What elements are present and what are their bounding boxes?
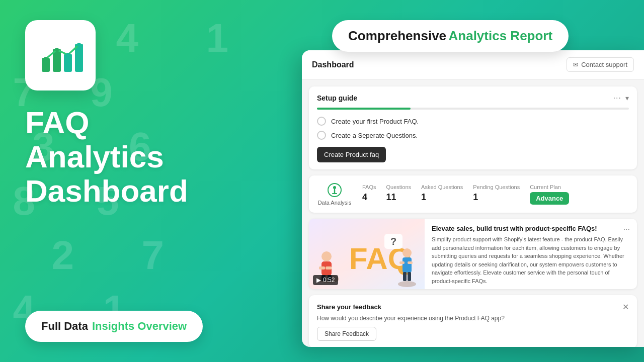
setup-guide-title: Setup guide bbox=[317, 94, 357, 102]
svg-rect-23 bbox=[403, 257, 412, 273]
svg-rect-26 bbox=[403, 272, 407, 281]
stat-faqs-value: 4 bbox=[362, 192, 376, 203]
progress-bar-fill bbox=[317, 108, 411, 110]
progress-bar-background bbox=[317, 108, 629, 110]
dashboard-title: Dashboard bbox=[312, 60, 354, 69]
svg-point-6 bbox=[66, 53, 70, 57]
stat-pending-questions: Pending Questions 1 bbox=[473, 184, 520, 205]
svg-rect-25 bbox=[408, 261, 413, 264]
svg-rect-17 bbox=[319, 266, 325, 269]
stat-current-plan-label: Current Plan bbox=[530, 184, 569, 190]
setup-guide-actions: ··· ▾ bbox=[613, 94, 629, 103]
analytics-logo-icon bbox=[38, 33, 83, 78]
svg-point-9 bbox=[333, 186, 336, 189]
dashboard-panel: Dashboard ✉ Contact support Setup guide … bbox=[302, 50, 644, 347]
svg-rect-27 bbox=[408, 272, 411, 281]
stat-pending-questions-value: 1 bbox=[473, 192, 520, 203]
contact-support-label: Contact support bbox=[581, 61, 627, 68]
setup-guide-card: Setup guide ··· ▾ Create your first Prod… bbox=[309, 86, 637, 169]
email-icon: ✉ bbox=[573, 61, 578, 68]
stat-questions: Questions 11 bbox=[386, 184, 412, 205]
data-analysis-card: Data Analysis FAQs 4 Questions 11 Asked … bbox=[309, 175, 637, 213]
promo-title: Elevate sales, build trust with product-… bbox=[432, 225, 630, 232]
svg-point-7 bbox=[77, 43, 81, 47]
setup-guide-more-btn[interactable]: ··· bbox=[613, 94, 621, 103]
setup-item-1: Create your first Product FAQ. bbox=[317, 117, 629, 126]
feedback-title: Share your feedback bbox=[317, 303, 381, 311]
data-analysis-label: Data Analysis bbox=[318, 200, 352, 206]
plan-badge: Advance bbox=[530, 192, 569, 205]
setup-guide-header: Setup guide ··· ▾ bbox=[317, 94, 629, 103]
promo-more-button[interactable]: ··· bbox=[623, 225, 630, 234]
stat-questions-value: 11 bbox=[386, 192, 412, 203]
feedback-description: How would you describe your experience u… bbox=[317, 315, 629, 322]
promo-description: Simplify product support with Shopify's … bbox=[432, 235, 630, 285]
badge-insights-overview: Insights Overview bbox=[92, 320, 187, 333]
setup-item-2: Create a Seperate Questions. bbox=[317, 131, 629, 140]
stat-faqs: FAQs 4 bbox=[362, 184, 376, 205]
feedback-close-button[interactable]: ✕ bbox=[622, 302, 629, 312]
svg-point-21 bbox=[398, 281, 416, 287]
video-thumbnail: FAQ bbox=[309, 219, 425, 289]
feedback-card: Share your feedback ✕ How would you desc… bbox=[309, 295, 637, 347]
contact-support-button[interactable]: ✉ Contact support bbox=[567, 57, 634, 72]
stat-questions-label: Questions bbox=[386, 184, 412, 190]
stat-asked-questions: Asked Questions 1 bbox=[421, 184, 463, 205]
hero-title-text: FAQAnalyticsDashboard bbox=[25, 105, 188, 208]
data-analysis-icon bbox=[327, 183, 342, 198]
svg-point-5 bbox=[55, 48, 59, 52]
video-play-overlay[interactable]: ▶ 0:52 bbox=[313, 275, 338, 285]
setup-item-2-text: Create a Seperate Questions. bbox=[331, 132, 418, 139]
promo-content: ··· Elevate sales, build trust with prod… bbox=[425, 219, 637, 289]
share-feedback-button[interactable]: Share Feedback bbox=[317, 327, 376, 341]
svg-point-4 bbox=[44, 57, 48, 61]
badge-full-data: Full Data bbox=[41, 320, 88, 333]
promo-card: FAQ bbox=[309, 219, 637, 289]
stat-faqs-label: FAQs bbox=[362, 184, 376, 190]
badge-text-comprehensive: Comprehensive bbox=[348, 28, 446, 43]
video-timestamp: 0:52 bbox=[323, 277, 335, 284]
stat-asked-questions-value: 1 bbox=[421, 192, 463, 203]
dashboard-content: Setup guide ··· ▾ Create your first Prod… bbox=[302, 79, 644, 347]
stat-current-plan: Current Plan Advance bbox=[530, 184, 569, 205]
svg-rect-24 bbox=[399, 261, 405, 264]
dashboard-header: Dashboard ✉ Contact support bbox=[302, 50, 644, 79]
left-panel: FAQAnalyticsDashboard Full Data Insights… bbox=[0, 0, 267, 362]
hero-title: FAQAnalyticsDashboard bbox=[25, 106, 242, 209]
svg-rect-18 bbox=[326, 266, 332, 269]
svg-point-15 bbox=[321, 251, 332, 261]
play-icon: ▶ bbox=[316, 277, 321, 284]
data-stats-container: FAQs 4 Questions 11 Asked Questions 1 Pe… bbox=[362, 184, 629, 205]
data-analysis-icon-container: Data Analysis bbox=[317, 183, 352, 206]
logo-card bbox=[25, 20, 96, 90]
svg-text:?: ? bbox=[390, 236, 396, 247]
stat-asked-questions-label: Asked Questions bbox=[421, 184, 463, 190]
setup-item-1-text: Create your first Product FAQ. bbox=[331, 118, 419, 125]
badge-text-analytics: Analytics Report bbox=[449, 28, 553, 43]
analytics-report-badge: Comprehensive Analytics Report bbox=[332, 20, 569, 52]
feedback-header: Share your feedback ✕ bbox=[317, 302, 629, 312]
setup-guide-chevron-icon[interactable]: ▾ bbox=[625, 94, 629, 102]
setup-radio-2[interactable] bbox=[317, 131, 326, 140]
stat-pending-questions-label: Pending Questions bbox=[473, 184, 520, 190]
insights-badge: Full Data Insights Overview bbox=[25, 311, 203, 342]
setup-radio-1[interactable] bbox=[317, 117, 326, 126]
create-product-faq-button[interactable]: Create Product faq bbox=[317, 147, 386, 162]
svg-point-22 bbox=[403, 248, 412, 257]
